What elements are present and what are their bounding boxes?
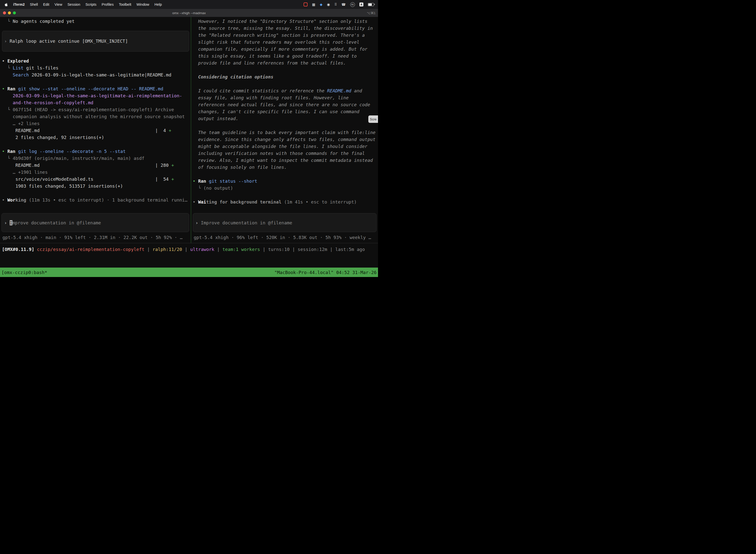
prompt-input-right[interactable]: › Improve documentation in @filename <box>193 213 377 232</box>
text-segment: the "Related research writing" section i… <box>193 33 365 38</box>
terminal-line <box>2 78 191 86</box>
menu-help[interactable]: Help <box>154 2 162 6</box>
spacer <box>2 52 191 58</box>
terminal-line: including verification notes with those … <box>193 150 378 157</box>
text-segment: git show --stat --oneline --decorate HEA… <box>18 86 163 91</box>
text-segment: essay file, along with finding root file… <box>193 95 349 100</box>
text-segment: • <box>2 86 7 91</box>
text-segment: • <box>2 58 7 63</box>
dots-grid-icon[interactable]: ⠿ <box>334 3 337 6</box>
menu-profiles[interactable]: Profiles <box>102 2 114 6</box>
text-segment: Considering citation options <box>193 74 273 79</box>
terminal-line <box>193 171 378 178</box>
apple-menu-icon[interactable] <box>4 2 8 7</box>
text-segment: review. Also, I might want to inspect th… <box>193 158 373 163</box>
window-title-bar[interactable]: omx --xhigh --madmax ⌥⌘1 <box>0 9 378 17</box>
terminal-line: • Ran git log --oneline --decorate -n 5 … <box>2 148 191 155</box>
terminal-pane-right[interactable]: However, I noticed the "Directory Struct… <box>191 17 378 243</box>
text-segment: Ralph loop active continue [OMX_TMUX_INJ… <box>10 38 128 45</box>
circle-app-icon[interactable]: ◉ <box>327 3 330 6</box>
text-segment: | <box>182 247 190 252</box>
text-segment: including verification notes with those … <box>193 151 365 156</box>
text-segment: └ <box>2 65 13 70</box>
text-segment: gpt-5.4 xhigh · main · 91% left · 2.31M … <box>2 235 183 240</box>
terminal-line: … +1901 lines <box>2 169 191 176</box>
prompt-input-left[interactable]: › Improve documentation in @filename <box>1 213 189 232</box>
menu-bar: iTerm2 Shell Edit View Session Scripts P… <box>0 0 378 9</box>
text-segment: › <box>195 220 201 225</box>
screen-recording-stop-icon[interactable] <box>304 2 308 6</box>
terminal-line: 2 files changed, 92 insertions(+) <box>2 134 191 141</box>
text-segment: Explored <box>7 58 29 63</box>
text-segment: Improve documentation in @filename <box>201 220 292 225</box>
terminal-line <box>2 141 191 148</box>
text-segment: Ran <box>7 149 18 154</box>
text-segment: • <box>193 199 198 205</box>
text-segment: (11m 13s • esc to interrupt) · 1 backgro… <box>26 197 188 203</box>
terminal-line: • Ran git show --stat --oneline --decora… <box>2 86 191 92</box>
terminal-line: output instead. <box>193 115 378 122</box>
terminal-line <box>193 122 378 129</box>
keyboard-grid-icon[interactable]: ▦ <box>312 3 315 6</box>
tmux-session-label: [omx-cczip0:bash* <box>0 270 47 275</box>
text-segment: and <box>351 88 362 93</box>
session-status-right: gpt-5.4 xhigh · 96% left · 520K in · 5.8… <box>194 234 371 241</box>
terminal-pane-left[interactable]: └ No agents completed yet› Ralph loop ac… <box>0 17 191 243</box>
text-segment: Search <box>2 72 29 77</box>
tmux-host-clock: "MacBook-Pro-44.local" 04:52 31-Mar-26 <box>274 270 378 275</box>
text-segment: [OMX#0.11.9] <box>2 247 37 252</box>
text-segment: + <box>169 128 171 133</box>
text-segment: • <box>2 197 7 203</box>
menu-edit[interactable]: Edit <box>43 2 49 6</box>
menu-shell[interactable]: Shell <box>30 2 38 6</box>
battery-icon[interactable] <box>368 3 374 6</box>
text-segment: Wai <box>198 199 206 205</box>
terminal-line: essay file, along with finding root file… <box>193 94 378 101</box>
phone-icon[interactable]: ☎ <box>341 3 346 6</box>
ralph-inject-banner: › Ralph loop active continue [OMX_TMUX_I… <box>2 31 189 52</box>
terminal-line: However, I noticed the "Directory Struct… <box>193 18 378 25</box>
text-segment: 1903 files changed, 513517 insertions(+) <box>2 183 123 189</box>
text-segment: might be acceptable alongside the file l… <box>193 144 367 149</box>
menu-toolbelt[interactable]: Toolbelt <box>119 2 131 6</box>
text-segment: | <box>214 247 223 252</box>
battery-percent-badge[interactable]: 61 <box>350 2 355 7</box>
terminal-line: 2026-03-09-is-legal-the-same-as-legitima… <box>2 92 191 99</box>
text-segment: List <box>13 65 23 70</box>
menu-scripts[interactable]: Scripts <box>85 2 97 6</box>
terminal-line: README.md | 4 + <box>2 127 191 134</box>
blue-app-icon[interactable]: ◆ <box>320 3 322 6</box>
spacer <box>2 25 191 31</box>
terminal-line: └ 4b9d30f (origin/main, instructkr/main,… <box>2 155 191 162</box>
terminal-line: • Ran git status --short <box>193 178 378 185</box>
terminal-line: this single essay, it seems like a good … <box>193 53 378 60</box>
input-source-icon[interactable]: A <box>359 2 363 6</box>
text-segment: git log --oneline --decorate -n 5 --stat <box>18 149 126 154</box>
menu-session[interactable]: Session <box>67 2 80 6</box>
text-segment: No agents completed yet <box>13 19 74 24</box>
terminal-line: src/voice/voiceModeEnabled.ts | 54 + <box>2 176 191 183</box>
terminal-line: • Working (11m 13s • esc to interrupt) ·… <box>2 197 191 204</box>
text-segment: references need actual files, and since … <box>193 102 370 107</box>
menu-window[interactable]: Window <box>136 2 149 6</box>
terminal-line: of focusing solely on file lines. <box>193 164 378 171</box>
terminal-line: evidence. Since this change only affects… <box>193 136 378 143</box>
text-segment: git status --short <box>209 178 257 184</box>
tmux-status-bar: [omx-cczip0:bash* "MacBook-Pro-44.local"… <box>0 268 378 277</box>
text-segment: I could cite commit statistics or refere… <box>193 88 327 93</box>
text-segment: Ran <box>7 86 18 91</box>
menu-view[interactable]: View <box>55 2 62 6</box>
text-segment: • <box>193 178 198 184</box>
omx-status-bar: [OMX#0.11.9] cczip/essay/ai-reimplementa… <box>2 246 365 253</box>
screen-capture-overlay[interactable]: Scre <box>368 115 378 123</box>
text-segment: gpt-5.4 xhigh · 96% left · 520K in · 5.8… <box>194 235 371 240</box>
window-title: omx --xhigh --madmax <box>0 11 378 15</box>
terminal-line: └ No agents completed yet <box>2 18 191 25</box>
text-segment: of focusing solely on file lines. <box>193 165 287 170</box>
text-segment: • <box>2 149 7 154</box>
text-segment: README.md <box>327 88 352 93</box>
text-segment: › <box>4 38 10 45</box>
text-segment: README.md | 280 <box>2 163 171 168</box>
text-segment: git ls-files <box>23 65 59 70</box>
menu-app-name[interactable]: iTerm2 <box>13 2 24 6</box>
